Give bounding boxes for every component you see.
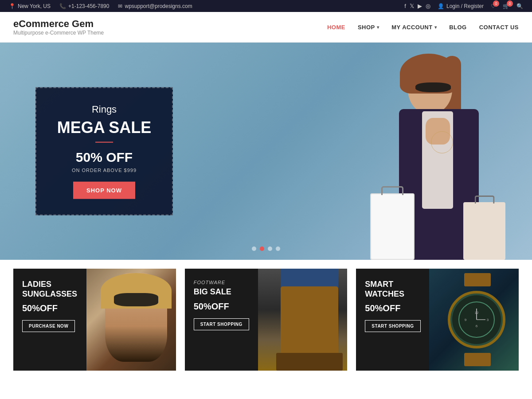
nav-item-home[interactable]: HOME (327, 24, 345, 31)
hero-person-image (222, 43, 532, 260)
card-title-watches: SMARTWATCHES (365, 280, 428, 299)
email-icon: ✉ (118, 3, 122, 9)
phone-info: 📞 +1-123-456-7890 (59, 3, 109, 9)
location-info: 📍 New York, US (9, 3, 51, 9)
location-icon: 📍 (9, 3, 16, 9)
social-icons: f 𝕏 ▶ ◎ (404, 3, 430, 9)
shop-now-button[interactable]: SHOP NOW (73, 181, 135, 199)
card-discount-sunglasses: 50%OFF (22, 303, 86, 313)
nav-item-shop[interactable]: SHOP ▾ (358, 24, 379, 31)
chevron-down-icon: ▾ (434, 25, 437, 30)
purchase-now-button[interactable]: PURCHASE NOW (22, 320, 75, 332)
start-shopping-button-watches[interactable]: START SHOPPING (365, 320, 420, 332)
card-discount-watches: 50%OFF (365, 303, 428, 313)
card-text-watches: SMARTWATCHES 50%OFF START SHOPPING (356, 269, 437, 371)
svg-text:9: 9 (465, 318, 467, 322)
twitter-icon[interactable]: 𝕏 (410, 3, 414, 9)
slider-dot-2[interactable] (260, 246, 264, 251)
logo-area: eCommerce Gem Multipurpose e-Commerce WP… (13, 18, 104, 36)
instagram-icon[interactable]: ◎ (426, 3, 430, 9)
promo-condition: ON ORDER ABOVE $999 (50, 167, 159, 172)
promo-cards-section: LADIESSUNGLASSES 50%OFF PURCHASE NOW FOO… (0, 260, 532, 379)
site-header: eCommerce Gem Multipurpose e-Commerce WP… (0, 12, 532, 43)
nav-item-myaccount[interactable]: MY ACCOUNT ▾ (391, 24, 437, 31)
nav-item-blog[interactable]: BLOG (449, 24, 467, 31)
card-label-footware: FOOTWARE (194, 280, 257, 285)
hero-promo-box: Rings MEGA SALE 50% OFF ON ORDER ABOVE $… (35, 87, 173, 215)
card-image-sunglasses (86, 269, 176, 371)
user-icon: 👤 (438, 3, 444, 9)
chevron-down-icon: ▾ (377, 25, 379, 30)
card-title-sunglasses: LADIESSUNGLASSES (22, 280, 86, 299)
email-info: ✉ wpsupport@prodesigns.com (118, 3, 192, 9)
card-title-footware: BIG SALE (194, 287, 257, 297)
logo-title[interactable]: eCommerce Gem (13, 18, 104, 30)
slider-dots (252, 246, 280, 251)
promo-discount: 50% OFF (50, 149, 159, 164)
card-text-sunglasses: LADIESSUNGLASSES 50%OFF PURCHASE NOW (13, 269, 94, 371)
cart-button[interactable]: 🛒 0 (503, 3, 509, 9)
promo-title: MEGA SALE (50, 119, 159, 137)
main-nav: HOME SHOP ▾ MY ACCOUNT ▾ BLOG CONTACT US (327, 24, 519, 31)
logo-subtitle: Multipurpose e-Commerce WP Theme (13, 30, 104, 36)
promo-card-sunglasses[interactable]: LADIESSUNGLASSES 50%OFF PURCHASE NOW (13, 269, 176, 371)
wishlist-button[interactable]: ♡ 0 (491, 3, 496, 9)
svg-text:3: 3 (487, 318, 489, 322)
card-image-footware (258, 269, 348, 371)
facebook-icon[interactable]: f (404, 3, 406, 9)
promo-subtitle: Rings (50, 104, 159, 115)
top-bar: 📍 New York, US 📞 +1-123-456-7890 ✉ wpsup… (0, 0, 532, 12)
login-register-link[interactable]: 👤 Login / Register (438, 3, 484, 9)
promo-card-footware[interactable]: FOOTWARE BIG SALE 50%OFF START SHOPPING (185, 269, 348, 371)
slider-dot-1[interactable] (252, 246, 256, 251)
wishlist-count: 0 (493, 0, 499, 7)
hero-section: Rings MEGA SALE 50% OFF ON ORDER ABOVE $… (0, 43, 532, 260)
card-text-footware: FOOTWARE BIG SALE 50%OFF START SHOPPING (185, 269, 266, 371)
card-discount-footware: 50%OFF (194, 301, 257, 312)
phone-icon: 📞 (59, 3, 66, 9)
youtube-icon[interactable]: ▶ (418, 3, 422, 9)
promo-card-watches[interactable]: 12 6 9 3 SMARTWATCHES 50%OFF START SHOPP… (356, 269, 519, 371)
promo-divider (95, 141, 113, 142)
card-image-watches: 12 6 9 3 (429, 269, 519, 371)
slider-dot-4[interactable] (276, 246, 280, 251)
svg-text:6: 6 (476, 324, 478, 328)
search-button[interactable]: 🔍 (516, 3, 523, 9)
top-bar-right: f 𝕏 ▶ ◎ 👤 Login / Register ♡ 0 🛒 0 🔍 (404, 3, 523, 9)
start-shopping-button-footware[interactable]: START SHOPPING (194, 318, 249, 330)
nav-item-contact[interactable]: CONTACT US (479, 24, 519, 31)
slider-dot-3[interactable] (268, 246, 272, 251)
top-bar-left: 📍 New York, US 📞 +1-123-456-7890 ✉ wpsup… (9, 3, 192, 9)
cart-count: 0 (507, 0, 513, 7)
